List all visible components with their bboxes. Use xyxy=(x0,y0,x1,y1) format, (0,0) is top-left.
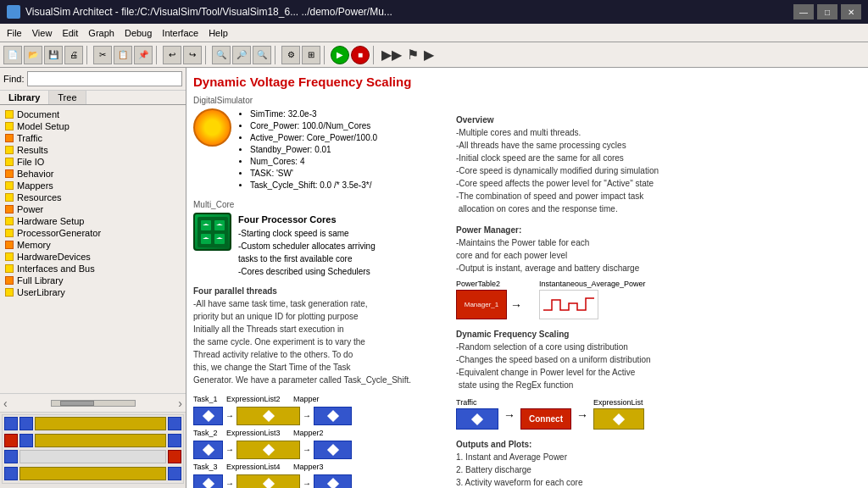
preview-area xyxy=(0,412,186,488)
sim-param-0: SimTime: 32.0e-3 xyxy=(250,108,377,120)
tab-library[interactable]: Library xyxy=(0,91,49,104)
grid-button[interactable]: ⊞ xyxy=(302,46,320,64)
tree-item-13[interactable]: Interfaces and Bus xyxy=(3,263,182,274)
outputs-label: Outputs and Plots: xyxy=(456,438,861,451)
outputs-section: Outputs and Plots: 1. Instant and Averag… xyxy=(456,438,861,488)
tree-item-10[interactable]: ProcessorGenerator xyxy=(3,227,182,239)
tree-bullet-10 xyxy=(5,229,14,237)
menu-item-graph[interactable]: Graph xyxy=(88,28,114,38)
core-desc-3: tasks to the first available core xyxy=(238,254,353,263)
menu-item-view[interactable]: View xyxy=(32,28,53,38)
exprlist2-box xyxy=(236,407,300,425)
open-button[interactable]: 📂 xyxy=(24,46,42,64)
left-content-col: SimTime: 32.0e-3Core_Power: 100.0/Num_Co… xyxy=(193,108,448,488)
tree-item-6[interactable]: Mappers xyxy=(3,180,182,191)
tree-item-14[interactable]: Full Library xyxy=(3,274,182,286)
exprlist-box xyxy=(593,408,644,430)
right-content-col: Overview -Multiple cores and multi threa… xyxy=(456,108,861,488)
menu-item-file[interactable]: File xyxy=(7,28,22,38)
tree-item-3[interactable]: Results xyxy=(3,144,182,156)
tree-item-8[interactable]: Power xyxy=(3,203,182,215)
mapper2-label: Mapper2 xyxy=(293,429,324,437)
dfs-label: Dynamic Frequency Scaling xyxy=(456,328,861,341)
settings-button[interactable]: ⚙ xyxy=(281,46,300,64)
tree-item-label-1: Model Setup xyxy=(17,121,70,131)
powertable2-label: PowerTable2 xyxy=(456,280,522,288)
tree-item-9[interactable]: Hardware Setup xyxy=(3,215,182,227)
menu-item-edit[interactable]: Edit xyxy=(62,28,78,38)
multicore-section: Four Processor Cores -Starting clock spe… xyxy=(193,213,448,278)
tree-bullet-14 xyxy=(5,276,14,285)
connect-box: Connect xyxy=(520,408,571,430)
menu-item-help[interactable]: Help xyxy=(209,28,228,38)
app-icon xyxy=(7,5,20,19)
new-button[interactable]: 📄 xyxy=(3,46,22,64)
print-button[interactable]: 🖨 xyxy=(64,46,83,64)
sim-param-4: Num_Cores: 4 xyxy=(250,156,377,168)
sim-param-6: Task_Cycle_Shift: 0.0 /* 3.5e-3*/ xyxy=(250,180,377,191)
search-button[interactable]: 🔍 xyxy=(253,46,271,64)
tree-item-label-8: Power xyxy=(17,204,43,214)
tree-item-12[interactable]: HardwareDevices xyxy=(3,251,182,263)
stop-button[interactable]: ■ xyxy=(351,46,370,64)
forward-arrow[interactable]: ▶ xyxy=(422,47,436,63)
instant-avg-label: Instantaneous_Average_Power xyxy=(539,280,645,288)
tree-item-label-13: Interfaces and Bus xyxy=(17,263,95,274)
minimize-button[interactable]: — xyxy=(793,4,814,19)
tree-item-7[interactable]: Resources xyxy=(3,191,182,203)
tree-bullet-9 xyxy=(5,217,14,225)
tree-item-2[interactable]: Traffic xyxy=(3,132,182,144)
top-content-row: SimTime: 32.0e-3Core_Power: 100.0/Num_Co… xyxy=(193,108,861,488)
toolbar-sep-1 xyxy=(86,46,90,64)
undo-button[interactable]: ↩ xyxy=(163,46,181,64)
menu-bar: FileViewEditGraphDebugInterfaceHelp xyxy=(0,24,868,42)
tree-item-label-7: Resources xyxy=(17,192,62,202)
tree-bullet-12 xyxy=(5,252,14,261)
sim-param-3: Standby_Power: 0.01 xyxy=(250,144,377,156)
paste-button[interactable]: 📌 xyxy=(134,46,153,64)
tree-item-11[interactable]: Memory xyxy=(3,239,182,251)
next-arrow[interactable]: ▶▶ xyxy=(380,47,403,63)
tree-item-1[interactable]: Model Setup xyxy=(3,120,182,132)
tree-item-15[interactable]: UserLibrary xyxy=(3,286,182,298)
redo-button[interactable]: ↪ xyxy=(183,46,202,64)
multicore-icon xyxy=(193,213,231,251)
power-wave-display xyxy=(539,290,598,319)
save-button[interactable]: 💾 xyxy=(44,46,63,64)
close-button[interactable]: ✕ xyxy=(841,4,861,19)
tree-bullet-8 xyxy=(5,205,14,214)
toolbar: 📄 📂 💾 🖨 ✂ 📋 📌 ↩ ↪ 🔍 🔎 🔍 ⚙ ⊞ ▶ ■ ▶▶ ⚑ ▶ xyxy=(0,42,868,68)
flag-icon[interactable]: ⚑ xyxy=(405,47,420,63)
tree-item-label-4: File IO xyxy=(17,157,44,167)
dfs-section: Dynamic Frequency Scaling -Random select… xyxy=(456,328,861,391)
play-button[interactable]: ▶ xyxy=(331,46,349,64)
window-controls: — □ ✕ xyxy=(793,4,861,19)
overview-section: Overview -Multiple cores and multi threa… xyxy=(456,114,861,215)
tree-bullet-1 xyxy=(5,122,14,130)
toolbar-sep-3 xyxy=(205,46,209,64)
cut-button[interactable]: ✂ xyxy=(93,46,112,64)
nav-right[interactable]: › xyxy=(178,396,182,410)
zoom-in-button[interactable]: 🔍 xyxy=(212,46,231,64)
mapper3-box xyxy=(314,474,352,489)
menu-item-interface[interactable]: Interface xyxy=(162,28,198,38)
exprlist4-label: ExpressionList4 xyxy=(226,463,290,471)
toolbar-sep-2 xyxy=(156,46,159,64)
copy-button[interactable]: 📋 xyxy=(114,46,132,64)
nav-left[interactable]: ‹ xyxy=(3,396,8,410)
tree-item-4[interactable]: File IO xyxy=(3,156,182,168)
multicore-label: Multi_Core xyxy=(193,200,448,209)
title-bar: VisualSim Architect - file:/C:/VisualSim… xyxy=(0,0,868,24)
maximize-button[interactable]: □ xyxy=(817,4,837,19)
power-table-area: PowerTable2 Manager_1 → Instantaneous_Av… xyxy=(456,280,861,319)
find-input[interactable] xyxy=(27,71,182,86)
tab-tree[interactable]: Tree xyxy=(49,91,86,104)
traffic-label: Traffic xyxy=(456,398,498,407)
tree-bullet-7 xyxy=(5,193,14,202)
tree-item-5[interactable]: Behavior xyxy=(3,168,182,180)
zoom-out-button[interactable]: 🔎 xyxy=(232,46,251,64)
tree-item-0[interactable]: Document xyxy=(3,108,182,120)
menu-item-debug[interactable]: Debug xyxy=(125,28,152,38)
tree-item-label-12: HardwareDevices xyxy=(17,252,91,262)
find-label: Find: xyxy=(3,74,24,84)
